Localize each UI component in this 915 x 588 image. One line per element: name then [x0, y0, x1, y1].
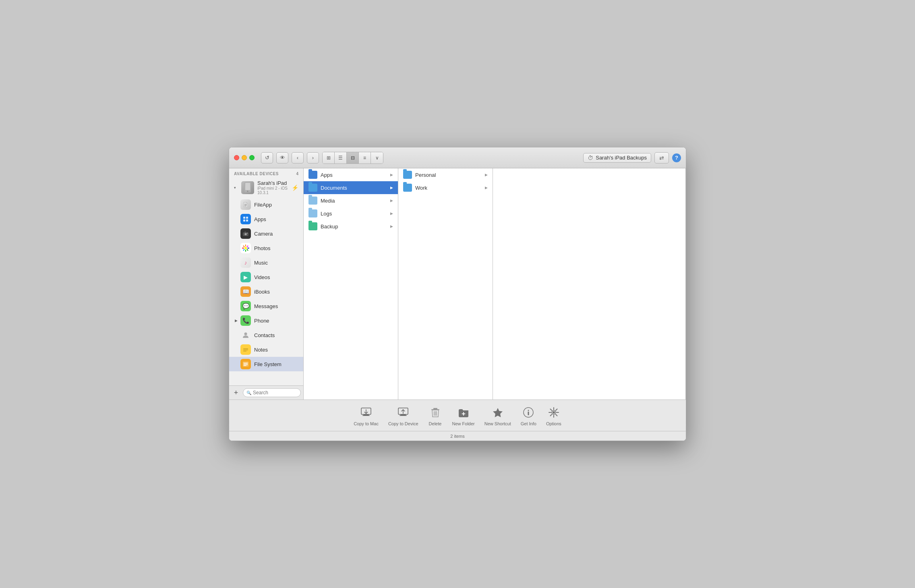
svg-line-60	[556, 409, 557, 410]
new-folder-action[interactable]: New Folder	[452, 405, 475, 426]
copy-to-device-action[interactable]: Copy to Device	[388, 405, 418, 426]
sidebar-item-ibooks[interactable]: 📖 iBooks	[229, 284, 303, 299]
minimize-button[interactable]	[242, 155, 247, 160]
sidebar-item-music[interactable]: ♪ Music	[229, 255, 303, 270]
search-input[interactable]	[253, 390, 297, 395]
view-detail-button[interactable]: ≡	[359, 152, 371, 164]
help-button[interactable]: ?	[672, 153, 681, 162]
svg-rect-8	[243, 219, 245, 222]
sidebar-item-notes[interactable]: Notes	[229, 342, 303, 357]
apps-arrow: ▶	[390, 173, 393, 177]
device-title: ⏱ Sarah's iPad Backups	[583, 153, 651, 163]
delete-action[interactable]: Delete	[428, 405, 443, 426]
forward-button[interactable]: ›	[307, 152, 319, 164]
ibooks-icon: 📖	[240, 286, 251, 297]
traffic-lights	[234, 155, 255, 160]
new-shortcut-action[interactable]: New Shortcut	[484, 405, 511, 426]
main-content: AVAILABLE DEVICES 4 ▾ Sarah's iPad iPad …	[229, 168, 686, 400]
pane1-media-row[interactable]: Media ▶	[304, 194, 398, 207]
sidebar-item-filesystem[interactable]: File System	[229, 357, 303, 371]
svg-line-59	[556, 414, 557, 416]
transfer-button[interactable]: ⇄	[654, 152, 669, 164]
videos-icon: ▶	[240, 272, 251, 282]
back-button[interactable]: ‹	[292, 152, 304, 164]
view-list-button[interactable]: ☰	[335, 152, 347, 164]
fileapp-icon	[240, 199, 251, 210]
status-bar: 2 items	[229, 431, 686, 441]
maximize-button[interactable]	[249, 155, 255, 160]
svg-rect-6	[243, 217, 245, 219]
device-row[interactable]: ▾ Sarah's iPad iPad mini 2 - iOS 10.3.1 …	[229, 178, 303, 197]
sidebar-item-camera[interactable]: Camera	[229, 226, 303, 241]
photos-icon	[240, 243, 251, 253]
logs-arrow: ▶	[390, 211, 393, 215]
view-columns-button[interactable]: ⊟	[347, 152, 359, 164]
main-window: ↺ 👁 ‹ › ⊞ ☰ ⊟ ≡ ∨ ⏱ Sarah's iPad Backups…	[229, 147, 686, 441]
pane1-media-label: Media	[321, 198, 387, 204]
options-label: Options	[546, 421, 561, 426]
contacts-icon	[240, 330, 251, 340]
sidebar-item-label-filesystem: File System	[254, 361, 282, 367]
svg-rect-51	[528, 412, 529, 415]
pane1-apps-row[interactable]: Apps ▶	[304, 168, 398, 181]
apps-folder-icon	[308, 171, 317, 178]
sidebar-search-box[interactable]: 🔍	[243, 388, 301, 397]
copy-to-mac-label: Copy to Mac	[354, 421, 379, 426]
sidebar-bottom: + 🔍	[229, 385, 303, 400]
media-folder-icon	[308, 197, 317, 204]
view-mode-group: ⊞ ☰ ⊟ ≡ ∨	[322, 152, 383, 164]
preview-button[interactable]: 👁	[276, 152, 288, 164]
pane2-work-row[interactable]: Work ▶	[398, 181, 493, 194]
device-expand-arrow: ▾	[234, 186, 238, 190]
messages-icon: 💬	[240, 301, 251, 311]
sidebar-item-label-music: Music	[254, 260, 268, 266]
sidebar-item-phone[interactable]: ▶ 📞 Phone	[229, 313, 303, 328]
pane2-work-label: Work	[415, 185, 482, 191]
notes-icon	[240, 344, 251, 355]
svg-point-53	[553, 411, 555, 414]
pane2-personal-row[interactable]: Personal ▶	[398, 168, 493, 181]
copy-to-mac-action[interactable]: Copy to Mac	[354, 405, 379, 426]
sidebar-item-fileapp[interactable]: FileApp	[229, 197, 303, 212]
sidebar-item-messages[interactable]: 💬 Messages	[229, 299, 303, 313]
device-subtitle: iPad mini 2 - iOS 10.3.1	[257, 186, 288, 195]
get-info-action[interactable]: Get Info	[521, 405, 536, 426]
pane1-backup-row[interactable]: Backup ▶	[304, 220, 398, 233]
sidebar-item-apps[interactable]: Apps	[229, 212, 303, 226]
sidebar-item-label-messages: Messages	[254, 303, 278, 309]
sidebar-item-label-videos: Videos	[254, 274, 270, 280]
svg-line-22	[247, 246, 248, 247]
documents-arrow: ▶	[390, 186, 393, 190]
svg-point-2	[247, 190, 248, 192]
documents-folder-icon	[308, 184, 317, 191]
sidebar-item-label-phone: Phone	[254, 318, 269, 324]
svg-rect-29	[243, 351, 246, 352]
sidebar-item-label-fileapp: FileApp	[254, 202, 272, 208]
svg-rect-9	[246, 219, 248, 222]
pane1-logs-row[interactable]: Logs ▶	[304, 207, 398, 220]
work-arrow: ▶	[485, 186, 488, 190]
sidebar-items: FileApp Apps	[229, 197, 303, 385]
personal-arrow: ▶	[485, 173, 488, 177]
phone-icon: 📞	[240, 315, 251, 326]
sidebar-device-count: 4	[296, 172, 298, 176]
pane1-documents-row[interactable]: Documents ▶	[304, 181, 398, 194]
svg-rect-1	[245, 183, 250, 190]
view-extra-button[interactable]: ∨	[371, 152, 383, 164]
sidebar-item-contacts[interactable]: Contacts	[229, 328, 303, 342]
refresh-button[interactable]: ↺	[261, 152, 273, 164]
new-folder-label: New Folder	[452, 421, 475, 426]
svg-marker-48	[493, 408, 503, 417]
pane-1: Apps ▶ Documents ▶ Media ▶	[304, 168, 398, 400]
pane-2: Personal ▶ Work ▶	[398, 168, 493, 400]
options-action[interactable]: Options	[546, 405, 561, 426]
svg-rect-4	[244, 205, 247, 205]
sidebar-item-photos[interactable]: Photos	[229, 241, 303, 255]
close-button[interactable]	[234, 155, 239, 160]
view-grid-button[interactable]: ⊞	[323, 152, 335, 164]
apps-icon	[240, 214, 251, 224]
sidebar-item-label-contacts: Contacts	[254, 332, 275, 338]
get-info-icon	[521, 405, 536, 420]
sidebar-item-videos[interactable]: ▶ Videos	[229, 270, 303, 284]
add-button[interactable]: +	[232, 388, 240, 397]
